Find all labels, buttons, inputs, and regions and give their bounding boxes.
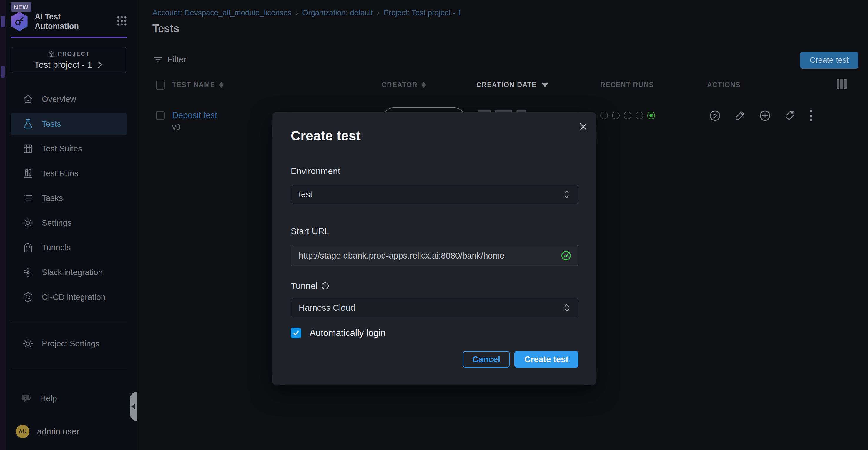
create-test-modal: Create test Environment test Start URL h…	[272, 113, 596, 385]
cicd-link-icon	[22, 291, 34, 303]
row-actions	[709, 109, 813, 122]
add-plus-icon[interactable]	[759, 110, 771, 122]
sidebar-item-test-runs[interactable]: Test Runs	[6, 161, 136, 186]
url-valid-check-icon	[560, 250, 572, 261]
modal-title: Create test	[291, 128, 361, 144]
module-rail-indicator	[1, 66, 5, 78]
more-kebab-icon[interactable]	[809, 109, 813, 122]
sidebar-divider	[10, 322, 127, 322]
breadcrumb-project[interactable]: Project: Test project - 1	[384, 8, 462, 18]
run-test-icon[interactable]	[709, 110, 721, 122]
sidebar: NEW AI Test Automation	[6, 0, 137, 450]
auto-login-checkbox[interactable]	[291, 328, 301, 338]
app-title: AI Test Automation	[35, 12, 79, 31]
select-chevrons-icon	[563, 303, 570, 313]
help-chat-icon: ?	[21, 393, 32, 404]
app-brand: AI Test Automation	[10, 11, 132, 32]
edit-pencil-icon[interactable]	[734, 110, 746, 122]
column-header-recent-runs: RECENT RUNS	[600, 81, 654, 89]
sidebar-item-overview[interactable]: Overview	[6, 87, 136, 112]
column-settings-icon[interactable]	[837, 79, 846, 89]
gear-icon	[22, 217, 34, 228]
column-header-creator[interactable]: CREATOR	[382, 81, 426, 89]
info-icon[interactable]	[321, 282, 329, 290]
sort-desc-icon	[542, 83, 548, 87]
sidebar-divider	[10, 369, 127, 369]
new-badge: NEW	[10, 2, 31, 12]
create-test-button-topbar[interactable]: Create test	[800, 52, 858, 68]
sidebar-item-tunnels[interactable]: Tunnels	[6, 235, 136, 260]
run-status-dot-passed[interactable]	[647, 112, 655, 119]
slack-icon	[22, 267, 34, 278]
sort-arrows-icon	[422, 82, 426, 88]
auto-login-checkbox-row[interactable]: Automatically login	[291, 328, 385, 338]
sidebar-item-settings[interactable]: Settings	[6, 210, 136, 235]
table-header: TEST NAME CREATOR CREATION DATE RECENT R…	[137, 75, 868, 94]
create-test-submit-button[interactable]: Create test	[514, 351, 579, 368]
home-icon	[22, 94, 34, 105]
apps-grid-icon[interactable]	[117, 16, 127, 27]
sidebar-item-slack-integration[interactable]: Slack integration	[6, 260, 136, 285]
breadcrumb-organization[interactable]: Organization: default	[302, 8, 373, 18]
breadcrumb-account[interactable]: Account: Devspace_all_module_licenses	[152, 8, 291, 18]
filter-button[interactable]: Filter	[153, 55, 186, 64]
project-name-row: Test project - 1	[34, 60, 103, 70]
module-rail-indicator	[1, 16, 5, 27]
user-menu[interactable]: AU admin user	[6, 419, 136, 444]
project-label: PROJECT	[58, 51, 90, 57]
cancel-button[interactable]: Cancel	[463, 351, 509, 368]
sidebar-item-test-suites[interactable]: Test Suites	[6, 136, 136, 161]
avatar: AU	[16, 425, 29, 438]
auto-login-label: Automatically login	[310, 328, 385, 338]
sidebar-collapse-handle[interactable]	[130, 392, 137, 421]
sidebar-item-tasks[interactable]: Tasks	[6, 186, 136, 210]
test-name-link[interactable]: Deposit test	[172, 110, 217, 120]
run-status-dot[interactable]	[624, 112, 631, 119]
tunnel-select[interactable]: Harness Cloud	[291, 298, 579, 317]
project-name: Test project - 1	[34, 60, 92, 70]
clipped-creation-date-text	[477, 110, 530, 112]
flask-icon	[22, 118, 34, 130]
row-checkbox[interactable]	[156, 111, 165, 120]
check-icon	[293, 330, 299, 336]
run-status-dot[interactable]	[636, 112, 643, 119]
column-header-actions: ACTIONS	[707, 81, 741, 89]
breadcrumb-separator: ›	[377, 8, 379, 18]
modal-buttons: Cancel Create test	[463, 351, 579, 368]
app-window: NEW AI Test Automation	[0, 0, 868, 450]
column-header-test-name[interactable]: TEST NAME	[172, 81, 223, 89]
start-url-label: Start URL	[291, 226, 330, 236]
brand-accent-line	[10, 36, 127, 38]
module-rail	[0, 0, 6, 450]
user-name: admin user	[37, 427, 79, 437]
test-runs-icon	[22, 168, 34, 179]
run-status-dot[interactable]	[600, 112, 608, 119]
tunnel-label: Tunnel	[291, 281, 329, 291]
tunnel-icon	[22, 242, 34, 253]
sidebar-item-cicd-integration[interactable]: CI-CD integration	[6, 285, 136, 310]
task-list-icon	[22, 193, 34, 204]
recent-runs	[600, 112, 655, 119]
sidebar-item-tests[interactable]: Tests	[6, 112, 136, 136]
tag-icon[interactable]	[784, 110, 796, 122]
sort-arrows-icon	[219, 82, 223, 88]
start-url-input[interactable]: http://stage.dbank.prod-apps.relicx.ai:8…	[291, 245, 579, 266]
sidebar-item-project-settings[interactable]: Project Settings	[6, 331, 153, 356]
svg-text:?: ?	[24, 395, 27, 400]
cube-icon	[48, 51, 55, 58]
gear-icon	[22, 338, 34, 349]
environment-select[interactable]: test	[291, 185, 579, 204]
project-selector[interactable]: PROJECT Test project - 1	[10, 47, 127, 73]
test-version: v0	[172, 123, 181, 132]
close-icon[interactable]	[578, 121, 588, 132]
sidebar-item-help[interactable]: ? Help	[6, 386, 151, 411]
collapse-left-icon	[131, 404, 135, 409]
column-header-creation-date[interactable]: CREATION DATE	[476, 81, 548, 89]
app-logo-icon	[10, 12, 28, 31]
sidebar-nav: Overview Tests Test Suites	[6, 87, 136, 310]
breadcrumb-separator: ›	[296, 8, 298, 18]
grid-icon	[22, 143, 34, 154]
filter-icon	[153, 55, 163, 64]
select-all-checkbox[interactable]	[156, 81, 165, 89]
run-status-dot[interactable]	[612, 112, 620, 119]
